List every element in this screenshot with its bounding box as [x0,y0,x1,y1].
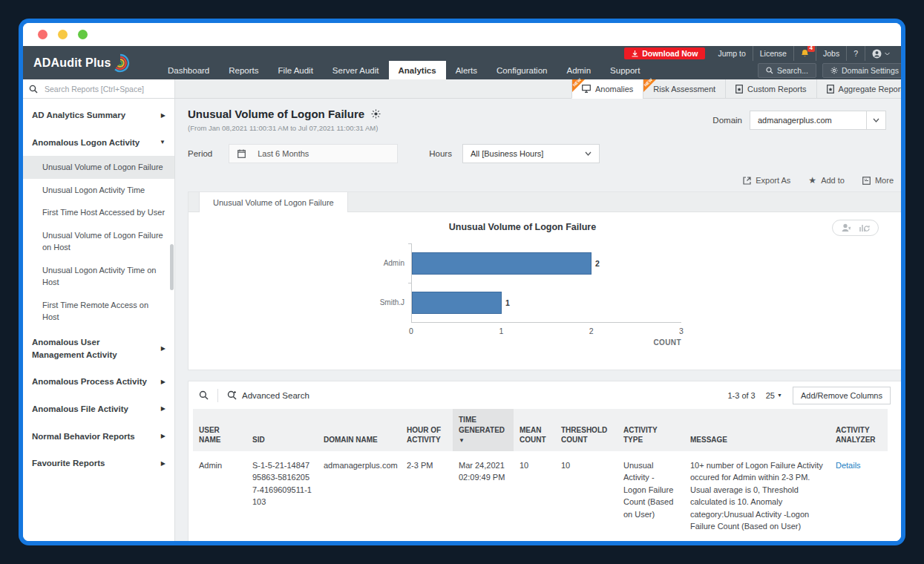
tab-aggregate-reports[interactable]: Aggregate Reports [816,79,901,99]
license-menu[interactable]: License [753,46,793,61]
column-header-hour-of-activity[interactable]: HOUR OF ACTIVITY [401,409,453,451]
sidebar-category-anomalous-process-activity[interactable]: Anomalous Process Activity▶ [23,368,174,396]
chevron-down-icon [885,52,890,56]
bar-band: 1 [412,283,681,322]
more-window-icon [862,177,871,185]
period-input[interactable]: Last 6 Months [229,144,398,163]
column-header-activity-analyzer[interactable]: ACTIVITY ANALYZER [830,409,888,451]
close-window-button[interactable] [38,30,47,39]
calendar-icon [237,149,246,158]
nav-right-group: Search... Domain Settings [758,61,901,79]
column-header-message[interactable]: MESSAGE [684,409,830,451]
nav-item-dashboard[interactable]: Dashboard [158,61,219,79]
tab-anomalies[interactable]: NEW Anomalies [571,79,643,99]
sidebar-item-first-time-host-accessed-by-user[interactable]: First Time Host Accessed by User [23,201,174,224]
chart-refresh-icon[interactable] [859,223,870,232]
sidebar-category-anomalous-user-management-activity[interactable]: Anomalous User Management Activity▶ [23,329,174,368]
report-star-icon [735,85,743,94]
bar-smithj[interactable]: 1 [412,292,502,314]
domain-settings-button[interactable]: Domain Settings [822,63,901,78]
sidebar-scrollbar[interactable] [170,244,174,290]
column-header-sid[interactable]: SID [246,409,318,451]
user-account-button[interactable] [865,46,897,61]
column-header-user-name[interactable]: USER NAME [193,409,246,451]
cell-threshold-count: 10 [555,451,617,541]
search-icon [766,67,773,74]
nav-item-configuration[interactable]: Configuration [487,61,557,79]
sidebar-item-unusual-volume-of-logon-failure[interactable]: Unusual Volume of Logon Failure [23,156,174,179]
nav-item-reports[interactable]: Reports [219,61,268,79]
export-as-button[interactable]: Export As [743,176,790,185]
search-reports-input[interactable] [45,85,156,94]
sidebar-category-normal-behavior-reports[interactable]: Normal Behavior Reports▶ [23,423,174,450]
subtab-group: NEW Anomalies NEW Risk Assessment Custom… [571,79,901,99]
user-chart-icon[interactable] [841,223,851,232]
minimize-window-button[interactable] [58,30,68,39]
advanced-search-button[interactable]: Advanced Search [227,390,309,400]
global-search-button[interactable]: Search... [758,63,816,78]
notifications-button[interactable]: 4 [793,46,816,61]
sidebar-item-first-time-remote-access-on-host[interactable]: First Time Remote Access on Host [23,294,174,329]
add-remove-columns-button[interactable]: Add/Remove Columns [793,387,891,404]
nav-item-support[interactable]: Support [600,61,649,79]
tab-custom-reports[interactable]: Custom Reports [725,79,816,99]
add-to-button[interactable]: ★ Add to [808,175,845,186]
brand-name: ADAudit Plus [33,56,111,70]
domain-select[interactable]: admanagerplus.com [750,111,867,130]
column-header-domain-name[interactable]: DOMAIN NAME [318,409,401,451]
sidebar-category-anomalous-logon-activity[interactable]: Anomalous Logon Activity▼ [23,129,174,157]
y-axis-labels: Admin Smith.J [373,243,411,347]
search-icon [29,85,38,94]
sidebar-item-unusual-logon-activity-time[interactable]: Unusual Logon Activity Time [23,179,174,202]
nav-item-alerts[interactable]: Alerts [446,61,487,79]
period-label: Period [188,149,212,158]
search-icon[interactable] [199,390,209,400]
advanced-search-icon [227,390,237,400]
page-title: Unusual Volume of Logon Failure [188,108,381,120]
column-header-activity-type[interactable]: ACTIVITY TYPE [617,409,684,451]
x-tick-label: 1 [499,327,503,335]
sidebar-category-favourite-reports[interactable]: Favourite Reports▶ [23,450,174,477]
chevron-down-icon: ▼ [777,393,782,398]
bell-icon: 4 [801,49,809,58]
x-tick-label: 2 [589,327,594,335]
download-icon [632,50,638,57]
jobs-menu[interactable]: Jobs [816,46,846,61]
hours-select[interactable]: All [Business Hours] [462,144,600,163]
more-button[interactable]: More [862,176,894,185]
domain-caret-button[interactable] [867,111,886,130]
column-header-threshold-count[interactable]: THRESHOLD COUNT [555,409,617,451]
new-ribbon: NEW [572,79,585,92]
jump-to-menu[interactable]: Jump to [711,46,752,61]
sidebar-item-unusual-volume-of-logon-failure-on-host[interactable]: Unusual Volume of Logon Failure on Host [23,224,174,259]
brand-swoosh-icon [113,53,131,73]
chart-tabstrip: Unusual Volume of Logon Failure [189,192,901,212]
column-header-time-generated[interactable]: TIME GENERATED ▼ [453,409,514,451]
nav-item-analytics[interactable]: Analytics [389,61,446,79]
nav-item-server-audit[interactable]: Server Audit [323,61,389,79]
sun-settings-icon[interactable] [371,109,381,119]
cell-mean-count: 10 [514,451,555,541]
column-header-mean-count[interactable]: MEAN COUNT [514,409,555,451]
sidebar-category-ad-analytics-summary[interactable]: AD Analytics Summary▶ [23,102,174,129]
details-link[interactable]: Details [836,461,861,470]
tab-risk-assessment[interactable]: NEW Risk Assessment [643,79,725,99]
chevron-right-icon: ▶ [161,404,166,413]
chart-tab-unusual-volume[interactable]: Unusual Volume of Logon Failure [199,192,348,212]
sidebar-item-unusual-logon-activity-time-on-host[interactable]: Unusual Logon Activity Time on Host [23,259,174,294]
user-avatar-icon [872,49,882,59]
window-frame: ADAudit Plus Download [19,19,905,545]
bar-admin[interactable]: 2 [412,252,592,275]
page-size-select[interactable]: 25 ▼ [766,391,782,400]
domain-selector-group: Domain admanagerplus.com [712,108,886,132]
report-date-range: (From Jan 08,2021 11:00:31 AM to Jul 07,… [188,124,381,132]
gear-icon [830,67,838,74]
help-button[interactable]: ? [846,46,865,61]
download-now-button[interactable]: Download Now [624,47,705,59]
chart-title: Unusual Volume of Logon Failure [189,222,856,232]
nav-item-file-audit[interactable]: File Audit [269,61,323,79]
sidebar-category-anomalous-file-activity[interactable]: Anomalous File Activity▶ [23,396,174,423]
app-logo[interactable]: ADAudit Plus [23,46,158,79]
maximize-window-button[interactable] [78,30,88,39]
sort-desc-icon: ▼ [459,437,508,445]
